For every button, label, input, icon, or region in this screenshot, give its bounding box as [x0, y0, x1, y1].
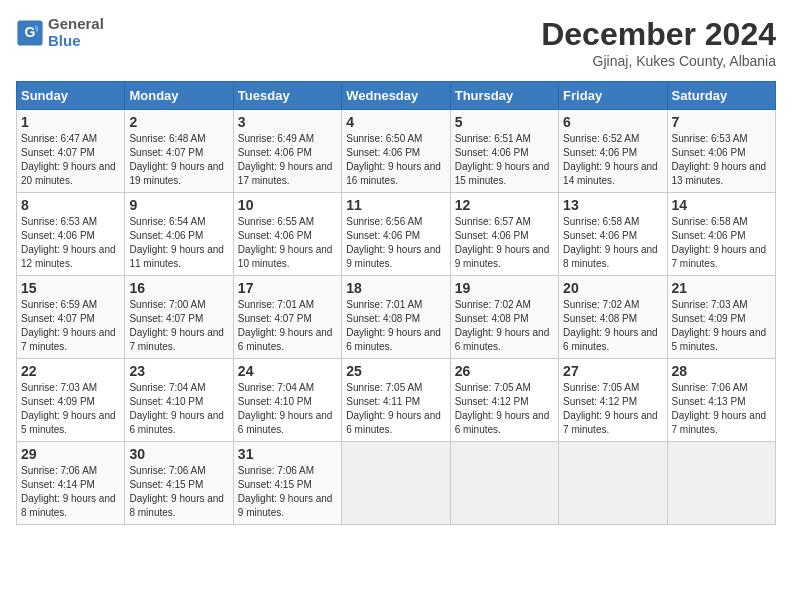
day-info: Sunrise: 6:53 AMSunset: 4:06 PMDaylight:… — [672, 133, 767, 186]
day-number: 2 — [129, 114, 228, 130]
day-number: 21 — [672, 280, 771, 296]
calendar-cell: 29 Sunrise: 7:06 AMSunset: 4:14 PMDaylig… — [17, 442, 125, 525]
calendar-cell — [450, 442, 558, 525]
day-info: Sunrise: 6:55 AMSunset: 4:06 PMDaylight:… — [238, 216, 333, 269]
day-info: Sunrise: 6:52 AMSunset: 4:06 PMDaylight:… — [563, 133, 658, 186]
day-info: Sunrise: 7:05 AMSunset: 4:12 PMDaylight:… — [455, 382, 550, 435]
day-number: 9 — [129, 197, 228, 213]
calendar-cell: 20 Sunrise: 7:02 AMSunset: 4:08 PMDaylig… — [559, 276, 667, 359]
calendar-cell: 11 Sunrise: 6:56 AMSunset: 4:06 PMDaylig… — [342, 193, 450, 276]
day-info: Sunrise: 7:05 AMSunset: 4:12 PMDaylight:… — [563, 382, 658, 435]
column-header-saturday: Saturday — [667, 82, 775, 110]
calendar-cell: 24 Sunrise: 7:04 AMSunset: 4:10 PMDaylig… — [233, 359, 341, 442]
calendar-cell: 26 Sunrise: 7:05 AMSunset: 4:12 PMDaylig… — [450, 359, 558, 442]
calendar-cell: 30 Sunrise: 7:06 AMSunset: 4:15 PMDaylig… — [125, 442, 233, 525]
calendar-cell: 13 Sunrise: 6:58 AMSunset: 4:06 PMDaylig… — [559, 193, 667, 276]
calendar-body: 1 Sunrise: 6:47 AMSunset: 4:07 PMDayligh… — [17, 110, 776, 525]
day-number: 29 — [21, 446, 120, 462]
day-number: 5 — [455, 114, 554, 130]
day-info: Sunrise: 6:49 AMSunset: 4:06 PMDaylight:… — [238, 133, 333, 186]
calendar-cell: 5 Sunrise: 6:51 AMSunset: 4:06 PMDayligh… — [450, 110, 558, 193]
calendar-cell: 19 Sunrise: 7:02 AMSunset: 4:08 PMDaylig… — [450, 276, 558, 359]
day-info: Sunrise: 6:57 AMSunset: 4:06 PMDaylight:… — [455, 216, 550, 269]
column-header-sunday: Sunday — [17, 82, 125, 110]
calendar-cell: 14 Sunrise: 6:58 AMSunset: 4:06 PMDaylig… — [667, 193, 775, 276]
day-info: Sunrise: 7:03 AMSunset: 4:09 PMDaylight:… — [21, 382, 116, 435]
day-number: 17 — [238, 280, 337, 296]
calendar-cell — [667, 442, 775, 525]
column-header-friday: Friday — [559, 82, 667, 110]
calendar-cell: 18 Sunrise: 7:01 AMSunset: 4:08 PMDaylig… — [342, 276, 450, 359]
day-number: 13 — [563, 197, 662, 213]
calendar-cell: 3 Sunrise: 6:49 AMSunset: 4:06 PMDayligh… — [233, 110, 341, 193]
day-info: Sunrise: 6:58 AMSunset: 4:06 PMDaylight:… — [563, 216, 658, 269]
subtitle: Gjinaj, Kukes County, Albania — [541, 53, 776, 69]
day-number: 28 — [672, 363, 771, 379]
column-header-wednesday: Wednesday — [342, 82, 450, 110]
calendar-cell: 22 Sunrise: 7:03 AMSunset: 4:09 PMDaylig… — [17, 359, 125, 442]
day-number: 1 — [21, 114, 120, 130]
column-header-thursday: Thursday — [450, 82, 558, 110]
column-header-tuesday: Tuesday — [233, 82, 341, 110]
day-number: 16 — [129, 280, 228, 296]
day-info: Sunrise: 7:02 AMSunset: 4:08 PMDaylight:… — [563, 299, 658, 352]
day-number: 31 — [238, 446, 337, 462]
calendar-cell: 2 Sunrise: 6:48 AMSunset: 4:07 PMDayligh… — [125, 110, 233, 193]
calendar-cell: 23 Sunrise: 7:04 AMSunset: 4:10 PMDaylig… — [125, 359, 233, 442]
day-info: Sunrise: 7:05 AMSunset: 4:11 PMDaylight:… — [346, 382, 441, 435]
calendar-cell: 27 Sunrise: 7:05 AMSunset: 4:12 PMDaylig… — [559, 359, 667, 442]
day-info: Sunrise: 7:04 AMSunset: 4:10 PMDaylight:… — [129, 382, 224, 435]
day-info: Sunrise: 7:02 AMSunset: 4:08 PMDaylight:… — [455, 299, 550, 352]
calendar-cell: 15 Sunrise: 6:59 AMSunset: 4:07 PMDaylig… — [17, 276, 125, 359]
day-info: Sunrise: 6:53 AMSunset: 4:06 PMDaylight:… — [21, 216, 116, 269]
day-info: Sunrise: 6:54 AMSunset: 4:06 PMDaylight:… — [129, 216, 224, 269]
calendar-cell: 12 Sunrise: 6:57 AMSunset: 4:06 PMDaylig… — [450, 193, 558, 276]
day-info: Sunrise: 6:48 AMSunset: 4:07 PMDaylight:… — [129, 133, 224, 186]
week-row-2: 8 Sunrise: 6:53 AMSunset: 4:06 PMDayligh… — [17, 193, 776, 276]
calendar-cell: 17 Sunrise: 7:01 AMSunset: 4:07 PMDaylig… — [233, 276, 341, 359]
calendar-cell: 25 Sunrise: 7:05 AMSunset: 4:11 PMDaylig… — [342, 359, 450, 442]
day-number: 23 — [129, 363, 228, 379]
day-number: 12 — [455, 197, 554, 213]
day-number: 26 — [455, 363, 554, 379]
day-info: Sunrise: 7:06 AMSunset: 4:15 PMDaylight:… — [238, 465, 333, 518]
calendar-header-row: SundayMondayTuesdayWednesdayThursdayFrid… — [17, 82, 776, 110]
calendar-cell — [559, 442, 667, 525]
day-info: Sunrise: 7:06 AMSunset: 4:15 PMDaylight:… — [129, 465, 224, 518]
calendar-cell: 1 Sunrise: 6:47 AMSunset: 4:07 PMDayligh… — [17, 110, 125, 193]
day-info: Sunrise: 6:47 AMSunset: 4:07 PMDaylight:… — [21, 133, 116, 186]
day-number: 19 — [455, 280, 554, 296]
calendar-cell: 7 Sunrise: 6:53 AMSunset: 4:06 PMDayligh… — [667, 110, 775, 193]
day-info: Sunrise: 7:01 AMSunset: 4:07 PMDaylight:… — [238, 299, 333, 352]
day-info: Sunrise: 7:03 AMSunset: 4:09 PMDaylight:… — [672, 299, 767, 352]
day-info: Sunrise: 6:56 AMSunset: 4:06 PMDaylight:… — [346, 216, 441, 269]
header: G General Blue December 2024 Gjinaj, Kuk… — [16, 16, 776, 69]
calendar-cell — [342, 442, 450, 525]
day-info: Sunrise: 6:58 AMSunset: 4:06 PMDaylight:… — [672, 216, 767, 269]
day-number: 20 — [563, 280, 662, 296]
day-number: 7 — [672, 114, 771, 130]
main-title: December 2024 — [541, 16, 776, 53]
calendar-cell: 8 Sunrise: 6:53 AMSunset: 4:06 PMDayligh… — [17, 193, 125, 276]
calendar-cell: 9 Sunrise: 6:54 AMSunset: 4:06 PMDayligh… — [125, 193, 233, 276]
logo-text: General Blue — [48, 16, 104, 49]
calendar-cell: 16 Sunrise: 7:00 AMSunset: 4:07 PMDaylig… — [125, 276, 233, 359]
day-number: 18 — [346, 280, 445, 296]
title-block: December 2024 Gjinaj, Kukes County, Alba… — [541, 16, 776, 69]
day-info: Sunrise: 6:59 AMSunset: 4:07 PMDaylight:… — [21, 299, 116, 352]
logo-icon: G — [16, 19, 44, 47]
calendar-table: SundayMondayTuesdayWednesdayThursdayFrid… — [16, 81, 776, 525]
calendar-cell: 4 Sunrise: 6:50 AMSunset: 4:06 PMDayligh… — [342, 110, 450, 193]
day-number: 11 — [346, 197, 445, 213]
day-info: Sunrise: 7:04 AMSunset: 4:10 PMDaylight:… — [238, 382, 333, 435]
logo: G General Blue — [16, 16, 104, 49]
day-info: Sunrise: 6:50 AMSunset: 4:06 PMDaylight:… — [346, 133, 441, 186]
calendar-cell: 10 Sunrise: 6:55 AMSunset: 4:06 PMDaylig… — [233, 193, 341, 276]
week-row-1: 1 Sunrise: 6:47 AMSunset: 4:07 PMDayligh… — [17, 110, 776, 193]
column-header-monday: Monday — [125, 82, 233, 110]
day-number: 24 — [238, 363, 337, 379]
day-info: Sunrise: 6:51 AMSunset: 4:06 PMDaylight:… — [455, 133, 550, 186]
day-number: 14 — [672, 197, 771, 213]
day-number: 15 — [21, 280, 120, 296]
svg-text:G: G — [25, 24, 36, 40]
